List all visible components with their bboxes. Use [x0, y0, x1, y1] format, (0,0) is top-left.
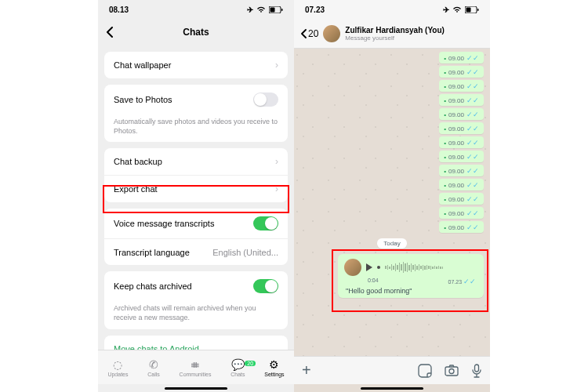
back-button[interactable]: [106, 27, 114, 38]
message-bubble[interactable]: •09.00✓✓: [439, 221, 484, 233]
svg-point-8: [449, 368, 454, 373]
back-count: 20: [308, 28, 318, 39]
tab-bar: ◌ Updates ✆ Calls ⩩ Communities 💬 20 Cha…: [98, 350, 294, 384]
svg-rect-2: [281, 9, 283, 11]
row-export[interactable]: Export chat ›: [104, 175, 288, 202]
dot-icon: •: [444, 224, 446, 231]
label-voice-transcripts: Voice message transcripts: [114, 219, 253, 228]
row-keep-archived[interactable]: Keep chats archived: [104, 271, 288, 301]
row-save-photos[interactable]: Save to Photos: [104, 85, 288, 114]
read-ticks-icon: ✓✓: [466, 111, 479, 118]
svg-rect-5: [477, 9, 479, 11]
status-time: 08.13: [109, 5, 129, 14]
read-ticks-icon: ✓✓: [466, 96, 479, 104]
tab-label: Calls: [147, 372, 160, 377]
dot-icon: •: [444, 168, 446, 175]
message-bubble[interactable]: •09.00✓✓: [439, 108, 484, 120]
label-save-photos: Save to Photos: [114, 95, 253, 104]
group-save-photos: Save to Photos Automatically save photos…: [104, 85, 288, 142]
date-chip: Today: [377, 238, 406, 249]
chevron-right-icon: ›: [275, 60, 278, 71]
message-bubble[interactable]: •09.00✓✓: [439, 80, 484, 92]
message-bubble[interactable]: •09.00✓✓: [439, 52, 484, 64]
read-ticks-icon: ✓✓: [466, 167, 479, 175]
dot-icon: •: [444, 210, 446, 217]
message-bubble[interactable]: •09.00✓✓: [439, 66, 484, 78]
read-ticks-icon: ✓✓: [466, 54, 479, 62]
airplane-icon: ✈︎: [247, 5, 253, 14]
dot-icon: •: [444, 111, 446, 118]
msg-time: 09.00: [448, 111, 464, 118]
message-bubble[interactable]: •09.00✓✓: [439, 136, 484, 148]
calls-icon: ✆: [149, 358, 158, 371]
help-keep-archived: Archived chats will remain archived when…: [104, 301, 288, 328]
waveform[interactable]: [385, 261, 477, 274]
row-voice-transcripts[interactable]: Voice message transcripts: [104, 209, 288, 238]
msg-time: 09.00: [448, 210, 464, 217]
microphone-icon[interactable]: [471, 364, 482, 378]
attach-button[interactable]: +: [302, 361, 311, 379]
chat-body[interactable]: •09.00✓✓•09.00✓✓•09.00✓✓•09.00✓✓•09.00✓✓…: [294, 49, 490, 356]
back-button[interactable]: 20: [300, 28, 318, 39]
read-ticks-icon: ✓✓: [466, 139, 479, 147]
tab-label: Chats: [230, 372, 245, 377]
tab-communities[interactable]: ⩩ Communities: [180, 358, 212, 377]
value-transcript-language: English (United...: [212, 248, 278, 257]
msg-time: 09.00: [448, 154, 464, 161]
message-bubble[interactable]: •09.00✓✓: [439, 151, 484, 162]
voice-message[interactable]: 0:0407.23 ✓✓"Hello good morning": [338, 254, 484, 298]
chat-title-block[interactable]: Zulfikar Hardiansyah (You) Message yours…: [345, 26, 445, 42]
message-bubble[interactable]: •09.00✓✓: [439, 207, 484, 219]
msg-time: 09.00: [448, 97, 464, 104]
toggle-keep-archived[interactable]: [253, 279, 278, 293]
message-bubble[interactable]: •09.00✓✓: [439, 193, 484, 205]
avatar[interactable]: [323, 25, 340, 42]
home-indicator: [294, 384, 490, 392]
wifi-icon: [452, 6, 462, 13]
message-bubble[interactable]: •09.00✓✓: [439, 94, 484, 106]
label-export: Export chat: [114, 184, 275, 194]
chats-icon: 💬: [231, 358, 245, 371]
msg-time: 09.00: [448, 224, 464, 231]
dot-icon: •: [444, 140, 446, 147]
sticker-icon[interactable]: [418, 364, 432, 378]
read-ticks-icon: ✓✓: [466, 125, 479, 132]
dot-icon: •: [444, 196, 446, 203]
tab-updates[interactable]: ◌ Updates: [107, 358, 128, 377]
row-chat-wallpaper[interactable]: Chat wallpaper ›: [104, 52, 288, 78]
tab-chats[interactable]: 💬 20 Chats: [230, 358, 245, 377]
progress-dot: [377, 266, 380, 269]
message-bubble[interactable]: •09.00✓✓: [439, 122, 484, 134]
tab-label: Communities: [180, 372, 212, 377]
nav-title: Chats: [183, 27, 209, 38]
row-transcript-language[interactable]: Transcript language English (United...: [104, 238, 288, 265]
gear-icon: ⚙︎: [269, 358, 279, 371]
tab-settings[interactable]: ⚙︎ Settings: [264, 358, 284, 377]
toggle-save-photos[interactable]: [253, 93, 278, 107]
battery-icon: [269, 6, 283, 13]
group-voice-transcripts: Voice message transcripts Transcript lan…: [104, 209, 288, 265]
group-backup-export: Chat backup › Export chat ›: [104, 148, 288, 202]
group-keep-archived: Keep chats archived Archived chats will …: [104, 271, 288, 328]
row-move-android[interactable]: Move chats to Android: [104, 336, 288, 350]
voice-time: 07.23 ✓✓: [448, 278, 476, 285]
message-bubble[interactable]: •09.00✓✓: [439, 179, 484, 191]
camera-icon[interactable]: [445, 364, 459, 378]
message-bubble[interactable]: •09.00✓✓: [439, 165, 484, 176]
svg-rect-7: [445, 367, 458, 376]
dot-icon: •: [444, 55, 446, 62]
status-bar: 08.13 ✈︎: [98, 0, 294, 19]
nav-bar: Chats: [98, 19, 294, 45]
settings-content: Chat wallpaper › Save to Photos Automati…: [98, 45, 294, 350]
play-icon[interactable]: [366, 263, 372, 271]
group-move-transfer: Move chats to Android Transfer chats to …: [104, 336, 288, 350]
row-backup[interactable]: Chat backup ›: [104, 148, 288, 175]
read-ticks-icon: ✓✓: [466, 181, 479, 189]
svg-rect-6: [419, 365, 431, 377]
chat-input-bar: +: [294, 356, 490, 384]
avatar: [344, 259, 361, 276]
chat-name: Zulfikar Hardiansyah (You): [345, 26, 445, 34]
tab-calls[interactable]: ✆ Calls: [147, 358, 160, 377]
label-backup: Chat backup: [114, 157, 275, 166]
toggle-voice-transcripts[interactable]: [253, 216, 278, 230]
